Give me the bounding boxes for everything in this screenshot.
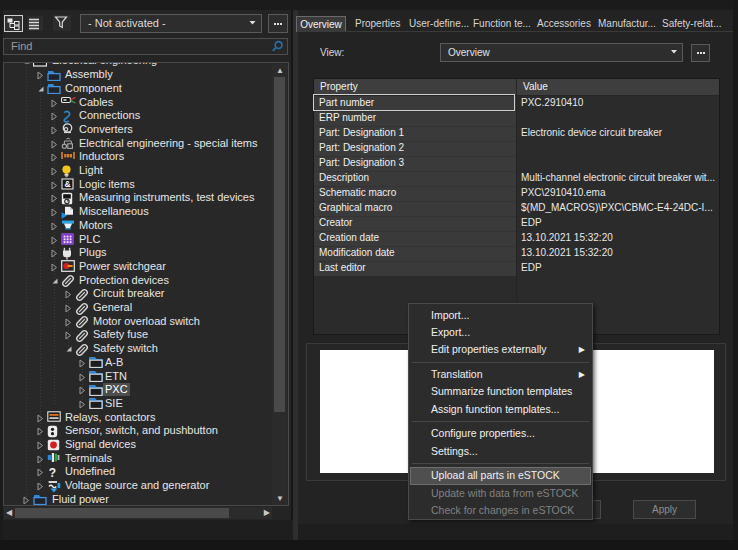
svg-text:&: &: [64, 179, 70, 189]
svg-text:?: ?: [49, 466, 56, 479]
